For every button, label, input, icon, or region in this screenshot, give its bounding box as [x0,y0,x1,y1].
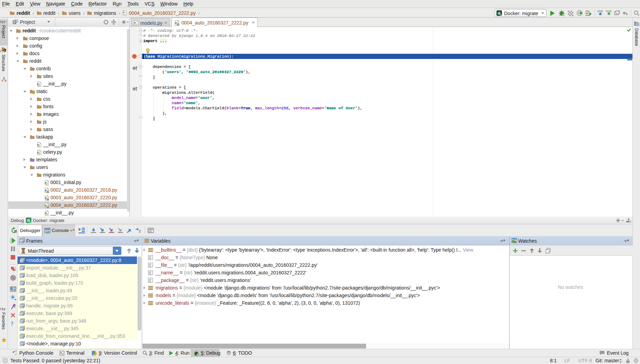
svg-text:<s>: <s> [21,267,25,270]
svg-text:<s>: <s> [21,328,25,331]
svg-text:<s>: <s> [21,283,25,285]
svg-text:01: 01 [149,265,151,267]
svg-text:<s>: <s> [21,298,25,301]
svg-text:<s>: <s> [21,305,25,308]
svg-text:I: I [139,229,141,234]
svg-text:<s>: <s> [21,321,25,323]
svg-text:<s>: <s> [21,336,25,338]
svg-text:01: 01 [149,273,151,275]
svg-text:01: 01 [149,280,151,283]
svg-text:<s>: <s> [20,240,25,243]
svg-text:<s>: <s> [21,313,25,316]
svg-text:<s>: <s> [21,260,25,263]
svg-text:01: 01 [149,257,151,260]
svg-text:<s>: <s> [21,290,25,293]
svg-text:dj: dj [498,11,501,15]
svg-text:dj: dj [27,219,30,222]
svg-text:<s>: <s> [21,275,25,278]
svg-text:VCS: VCS [606,10,612,13]
svg-text:VCS: VCS [597,10,603,13]
svg-text:<s>: <s> [21,343,25,346]
